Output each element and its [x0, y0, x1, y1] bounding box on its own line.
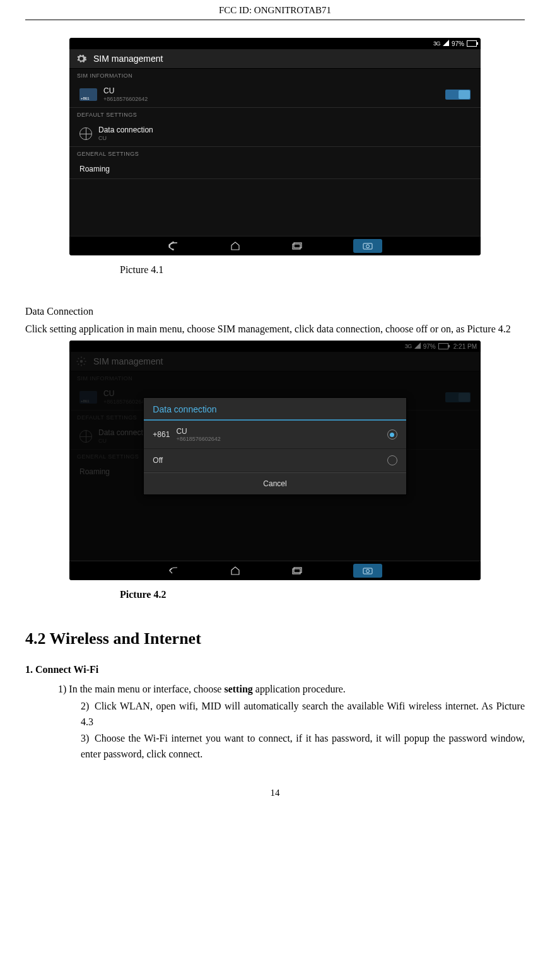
opt-cu-num: +8618576602642 [176, 436, 380, 442]
body-para: Click setting application in main menu, … [25, 321, 525, 337]
page-number: 14 [25, 788, 525, 798]
sim-toggle[interactable] [445, 90, 471, 100]
caption-4-1: Picture 4.1 [120, 264, 525, 276]
section-4-2-title: 4.2 Wireless and Internet [25, 629, 525, 648]
recent-icon[interactable] [291, 242, 303, 250]
page-header: FCC ID: ONGNITROTAB71 [25, 0, 525, 20]
fcc-id-value: ONGNITROTAB71 [254, 5, 331, 15]
wifi-step-1: 1) In the main menu or interface, choose… [58, 682, 525, 697]
opt-cu-name: CU [176, 427, 380, 436]
section-default: DEFAULT SETTINGS [69, 108, 481, 120]
battery-icon [467, 40, 477, 47]
step-3-num: 3) [81, 731, 95, 747]
gear-icon [76, 53, 87, 64]
sim-labels: CU +8618576602642 [103, 86, 439, 102]
nav-bar-2 [69, 561, 481, 580]
capture-icon-2[interactable] [353, 564, 382, 578]
data-conn-labels: Data connection CU [98, 125, 471, 141]
caption-4-2: Picture 4.2 [120, 589, 525, 600]
wifi-instructions: 1. Connect Wi-Fi 1) In the main menu or … [25, 662, 525, 762]
nav-bar [69, 236, 481, 255]
body-text-data-connection: Data Connection Click setting applicatio… [25, 303, 525, 337]
battery-percent: 97% [452, 40, 464, 47]
document-page: FCC ID: ONGNITROTAB71 3G 97% SIM managem… [0, 0, 550, 824]
opt-off-label: Off [153, 456, 380, 465]
sim-row[interactable]: +861 CU +8618576602642 [69, 81, 481, 108]
wifi-step-3: 3)Choose the Wi-Fi internet you want to … [81, 731, 525, 762]
wifi-step-2: 2)Click WLAN, open wifi, MID will automa… [81, 699, 525, 730]
home-icon[interactable] [230, 242, 241, 250]
dialog-title: Data connection [144, 398, 406, 421]
svg-point-4 [366, 245, 370, 248]
back-icon[interactable] [168, 242, 179, 250]
recent-icon-2[interactable] [291, 566, 303, 575]
step-2-num: 2) [81, 699, 95, 715]
sim-number: +8618576602642 [103, 96, 439, 102]
status-bar: 3G 97% [69, 38, 481, 49]
screenshot-4-1: 3G 97% SIM management SIM INFORMATION +8… [69, 38, 481, 255]
title-bar: SIM management [69, 49, 481, 69]
capture-icon[interactable] [353, 239, 382, 253]
network-type: 3G [433, 40, 440, 47]
svg-rect-3 [363, 243, 372, 249]
svg-marker-0 [443, 40, 449, 46]
step-3-text: Choose the Wi-Fi internet you want to co… [81, 733, 525, 759]
roaming-labels: Roaming [79, 165, 471, 173]
data-connection-dialog: Data connection +861 CU +8618576602642 O… [143, 397, 406, 495]
section-sim-info: SIM INFORMATION [69, 69, 481, 81]
dialog-cancel-button[interactable]: Cancel [144, 472, 406, 494]
dialog-option-cu[interactable]: +861 CU +8618576602642 [144, 421, 406, 449]
roaming-title: Roaming [79, 165, 471, 173]
section-general: GENERAL SETTINGS [69, 147, 481, 160]
dialog-option-off[interactable]: Off [144, 449, 406, 472]
svg-point-10 [366, 569, 370, 573]
back-icon-2[interactable] [168, 566, 179, 575]
radio-unselected-icon [387, 455, 397, 465]
signal-icon [443, 40, 449, 47]
screen-title: SIM management [93, 54, 163, 64]
svg-rect-9 [363, 568, 372, 574]
globe-icon [79, 127, 92, 140]
body-heading: Data Connection [25, 303, 525, 320]
tablet-ui-1: 3G 97% SIM management SIM INFORMATION +8… [69, 38, 481, 255]
data-conn-sub: CU [98, 135, 471, 141]
sim-name: CU [103, 86, 439, 95]
step-2-text: Click WLAN, open wifi, MID will automati… [81, 701, 525, 727]
data-conn-title: Data connection [98, 125, 471, 134]
screenshot-4-2: 3G 97% 2:21 PM SIM management SIM INFORM… [69, 341, 481, 580]
tablet-ui-2: 3G 97% 2:21 PM SIM management SIM INFORM… [69, 341, 481, 580]
fcc-label: FCC ID: [219, 5, 252, 15]
connect-wifi-heading: 1. Connect Wi-Fi [25, 662, 525, 678]
sim-chip-icon: +861 [79, 88, 97, 101]
radio-selected-icon [387, 429, 397, 440]
roaming-row[interactable]: Roaming [69, 160, 481, 179]
data-connection-row[interactable]: Data connection CU [69, 120, 481, 147]
sim-chip-icon-dlg: +861 [153, 430, 170, 439]
home-icon-2[interactable] [230, 566, 241, 575]
empty-space [69, 179, 481, 236]
setting-bold: setting [224, 684, 252, 694]
